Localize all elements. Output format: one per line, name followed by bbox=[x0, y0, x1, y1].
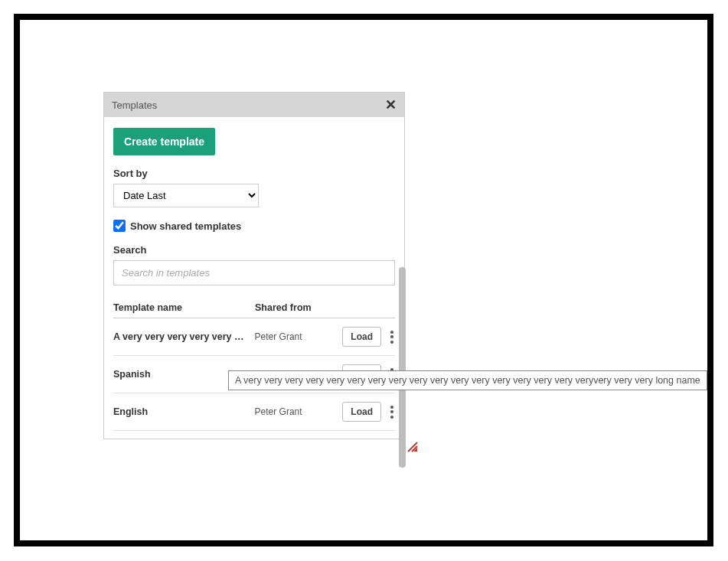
template-name-cell: A very very very very very very v... bbox=[113, 331, 255, 342]
show-shared-row: Show shared templates bbox=[113, 220, 395, 232]
row-actions: Load bbox=[342, 402, 395, 422]
table-header: Template name Shared from bbox=[113, 302, 395, 318]
close-icon[interactable]: ✕ bbox=[385, 98, 397, 112]
load-button[interactable]: Load bbox=[342, 327, 381, 347]
load-button[interactable]: Load bbox=[342, 402, 381, 422]
panel-body: Create template Sort by Date Last Show s… bbox=[104, 117, 404, 439]
create-template-button[interactable]: Create template bbox=[113, 128, 215, 155]
sort-by-select[interactable]: Date Last bbox=[113, 184, 259, 207]
search-label: Search bbox=[113, 244, 395, 256]
template-name-cell: English bbox=[113, 406, 255, 417]
table-row: A very very very very very very v... Pet… bbox=[113, 318, 395, 356]
sort-by-label: Sort by bbox=[113, 168, 395, 179]
kebab-menu-icon[interactable] bbox=[389, 404, 395, 420]
col-shared-from: Shared from bbox=[255, 302, 343, 313]
show-shared-checkbox[interactable] bbox=[113, 220, 126, 232]
scrollbar-thumb[interactable] bbox=[399, 267, 406, 468]
scrollbar[interactable] bbox=[399, 267, 406, 514]
shared-from-cell: Peter Grant bbox=[255, 331, 343, 342]
app-frame: Templates ✕ Create template Sort by Date… bbox=[14, 14, 713, 546]
panel-title: Templates bbox=[112, 99, 157, 111]
col-template-name: Template name bbox=[113, 302, 255, 313]
tooltip: A very very very very very very very ver… bbox=[228, 370, 707, 390]
kebab-menu-icon[interactable] bbox=[389, 329, 395, 345]
col-actions bbox=[343, 302, 395, 313]
shared-from-cell: Peter Grant bbox=[255, 406, 343, 417]
show-shared-label: Show shared templates bbox=[130, 220, 241, 232]
search-input[interactable] bbox=[113, 260, 395, 285]
panel-header: Templates ✕ bbox=[104, 93, 404, 117]
table-row: English Peter Grant Load bbox=[113, 393, 395, 431]
row-actions: Load bbox=[342, 327, 395, 347]
